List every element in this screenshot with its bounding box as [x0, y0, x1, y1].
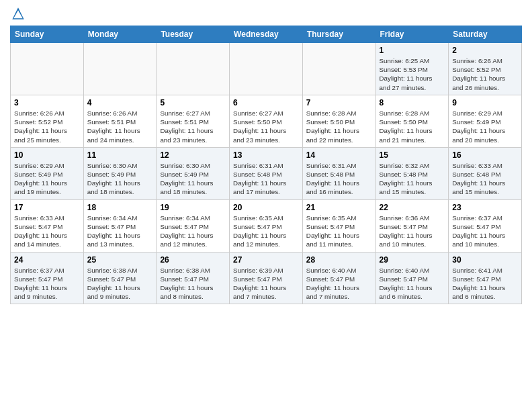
day-info: Sunrise: 6:35 AMSunset: 5:47 PMDaylight:…	[233, 214, 299, 249]
day-info: Sunrise: 6:29 AMSunset: 5:49 PMDaylight:…	[452, 109, 518, 144]
day-info: Sunrise: 6:26 AMSunset: 5:52 PMDaylight:…	[14, 109, 80, 144]
calendar-cell: 5Sunrise: 6:27 AMSunset: 5:51 PMDaylight…	[157, 95, 230, 147]
day-number: 19	[160, 203, 226, 212]
calendar-cell	[157, 43, 230, 95]
calendar-cell: 11Sunrise: 6:30 AMSunset: 5:49 PMDayligh…	[83, 147, 157, 199]
day-info: Sunrise: 6:28 AMSunset: 5:50 PMDaylight:…	[306, 109, 372, 144]
day-info: Sunrise: 6:31 AMSunset: 5:48 PMDaylight:…	[306, 161, 372, 197]
weekday-header-monday: Monday	[83, 26, 157, 43]
calendar-body: 1Sunrise: 6:25 AMSunset: 5:53 PMDaylight…	[11, 43, 522, 304]
day-info: Sunrise: 6:34 AMSunset: 5:47 PMDaylight:…	[160, 214, 226, 249]
calendar-cell	[302, 43, 375, 95]
day-number: 13	[233, 150, 299, 160]
calendar-cell: 4Sunrise: 6:26 AMSunset: 5:51 PMDaylight…	[83, 95, 157, 147]
calendar-cell: 21Sunrise: 6:35 AMSunset: 5:47 PMDayligh…	[302, 199, 375, 252]
day-number: 24	[14, 255, 80, 265]
calendar-cell	[230, 43, 303, 95]
calendar-cell: 30Sunrise: 6:41 AMSunset: 5:47 PMDayligh…	[449, 252, 522, 304]
day-info: Sunrise: 6:30 AMSunset: 5:49 PMDaylight:…	[160, 161, 226, 197]
day-info: Sunrise: 6:41 AMSunset: 5:47 PMDaylight:…	[452, 266, 518, 302]
day-info: Sunrise: 6:36 AMSunset: 5:47 PMDaylight:…	[380, 214, 445, 249]
calendar-cell: 20Sunrise: 6:35 AMSunset: 5:47 PMDayligh…	[230, 199, 303, 252]
day-number: 14	[306, 150, 372, 160]
day-number: 21	[306, 203, 372, 212]
calendar-cell: 2Sunrise: 6:26 AMSunset: 5:52 PMDaylight…	[449, 43, 522, 95]
day-number: 4	[87, 98, 153, 107]
calendar-cell: 12Sunrise: 6:30 AMSunset: 5:49 PMDayligh…	[157, 147, 230, 199]
day-number: 29	[380, 255, 445, 265]
day-number: 5	[160, 98, 226, 107]
day-number: 22	[380, 203, 445, 212]
calendar-cell: 6Sunrise: 6:27 AMSunset: 5:50 PMDaylight…	[230, 95, 303, 147]
calendar-week-row: 1Sunrise: 6:25 AMSunset: 5:53 PMDaylight…	[11, 43, 522, 95]
day-number: 15	[380, 150, 445, 160]
day-info: Sunrise: 6:38 AMSunset: 5:47 PMDaylight:…	[87, 266, 153, 302]
day-number: 28	[306, 255, 372, 265]
day-number: 20	[233, 203, 299, 212]
day-info: Sunrise: 6:31 AMSunset: 5:48 PMDaylight:…	[233, 161, 299, 197]
day-info: Sunrise: 6:40 AMSunset: 5:47 PMDaylight:…	[306, 266, 372, 302]
day-info: Sunrise: 6:27 AMSunset: 5:50 PMDaylight:…	[233, 109, 299, 144]
calendar-cell: 1Sunrise: 6:25 AMSunset: 5:53 PMDaylight…	[375, 43, 449, 95]
day-number: 10	[14, 150, 80, 160]
calendar-cell: 15Sunrise: 6:32 AMSunset: 5:48 PMDayligh…	[375, 147, 449, 199]
day-number: 7	[306, 98, 372, 107]
calendar-cell: 28Sunrise: 6:40 AMSunset: 5:47 PMDayligh…	[302, 252, 375, 304]
weekday-header-wednesday: Wednesday	[230, 26, 303, 43]
calendar-cell: 16Sunrise: 6:33 AMSunset: 5:48 PMDayligh…	[449, 147, 522, 199]
calendar-cell: 9Sunrise: 6:29 AMSunset: 5:49 PMDaylight…	[449, 95, 522, 147]
weekday-header-friday: Friday	[375, 26, 449, 43]
day-number: 8	[380, 98, 445, 107]
day-number: 27	[233, 255, 299, 265]
calendar-week-row: 24Sunrise: 6:37 AMSunset: 5:47 PMDayligh…	[11, 252, 522, 304]
calendar-cell: 19Sunrise: 6:34 AMSunset: 5:47 PMDayligh…	[157, 199, 230, 252]
calendar-cell: 8Sunrise: 6:28 AMSunset: 5:50 PMDaylight…	[375, 95, 449, 147]
calendar-cell	[11, 43, 84, 95]
day-info: Sunrise: 6:37 AMSunset: 5:47 PMDaylight:…	[14, 266, 80, 302]
calendar-cell: 18Sunrise: 6:34 AMSunset: 5:47 PMDayligh…	[83, 199, 157, 252]
header	[10, 7, 522, 20]
day-info: Sunrise: 6:27 AMSunset: 5:51 PMDaylight:…	[160, 109, 226, 144]
weekday-header-tuesday: Tuesday	[157, 26, 230, 43]
calendar-header: SundayMondayTuesdayWednesdayThursdayFrid…	[11, 26, 522, 43]
day-number: 16	[452, 150, 518, 160]
day-info: Sunrise: 6:33 AMSunset: 5:47 PMDaylight:…	[14, 214, 80, 249]
logo	[10, 7, 28, 20]
day-number: 2	[452, 46, 518, 55]
calendar-cell: 22Sunrise: 6:36 AMSunset: 5:47 PMDayligh…	[375, 199, 449, 252]
day-number: 3	[14, 98, 80, 107]
calendar-cell: 27Sunrise: 6:39 AMSunset: 5:47 PMDayligh…	[230, 252, 303, 304]
day-info: Sunrise: 6:38 AMSunset: 5:47 PMDaylight:…	[160, 266, 226, 302]
calendar-week-row: 10Sunrise: 6:29 AMSunset: 5:49 PMDayligh…	[11, 147, 522, 199]
day-info: Sunrise: 6:34 AMSunset: 5:47 PMDaylight:…	[87, 214, 153, 249]
day-number: 12	[160, 150, 226, 160]
calendar-week-row: 3Sunrise: 6:26 AMSunset: 5:52 PMDaylight…	[11, 95, 522, 147]
calendar-cell: 24Sunrise: 6:37 AMSunset: 5:47 PMDayligh…	[11, 252, 84, 304]
day-info: Sunrise: 6:26 AMSunset: 5:52 PMDaylight:…	[452, 56, 518, 92]
calendar-cell	[83, 43, 157, 95]
calendar-cell: 23Sunrise: 6:37 AMSunset: 5:47 PMDayligh…	[449, 199, 522, 252]
day-number: 30	[452, 255, 518, 265]
day-info: Sunrise: 6:39 AMSunset: 5:47 PMDaylight:…	[233, 266, 299, 302]
day-info: Sunrise: 6:40 AMSunset: 5:47 PMDaylight:…	[380, 266, 445, 302]
day-number: 6	[233, 98, 299, 107]
day-number: 26	[160, 255, 226, 265]
day-number: 18	[87, 203, 153, 212]
day-info: Sunrise: 6:35 AMSunset: 5:47 PMDaylight:…	[306, 214, 372, 249]
day-number: 25	[87, 255, 153, 265]
day-info: Sunrise: 6:37 AMSunset: 5:47 PMDaylight:…	[452, 214, 518, 249]
calendar-cell: 26Sunrise: 6:38 AMSunset: 5:47 PMDayligh…	[157, 252, 230, 304]
day-number: 23	[452, 203, 518, 212]
calendar-table: SundayMondayTuesdayWednesdayThursdayFrid…	[10, 26, 522, 304]
calendar-cell: 17Sunrise: 6:33 AMSunset: 5:47 PMDayligh…	[11, 199, 84, 252]
day-number: 9	[452, 98, 518, 107]
day-number: 1	[380, 46, 445, 55]
calendar-cell: 3Sunrise: 6:26 AMSunset: 5:52 PMDaylight…	[11, 95, 84, 147]
weekday-header-thursday: Thursday	[302, 26, 375, 43]
calendar-cell: 10Sunrise: 6:29 AMSunset: 5:49 PMDayligh…	[11, 147, 84, 199]
page: SundayMondayTuesdayWednesdayThursdayFrid…	[0, 0, 532, 314]
day-number: 11	[87, 150, 153, 160]
calendar-cell: 7Sunrise: 6:28 AMSunset: 5:50 PMDaylight…	[302, 95, 375, 147]
day-info: Sunrise: 6:30 AMSunset: 5:49 PMDaylight:…	[87, 161, 153, 197]
weekday-header-saturday: Saturday	[449, 26, 522, 43]
